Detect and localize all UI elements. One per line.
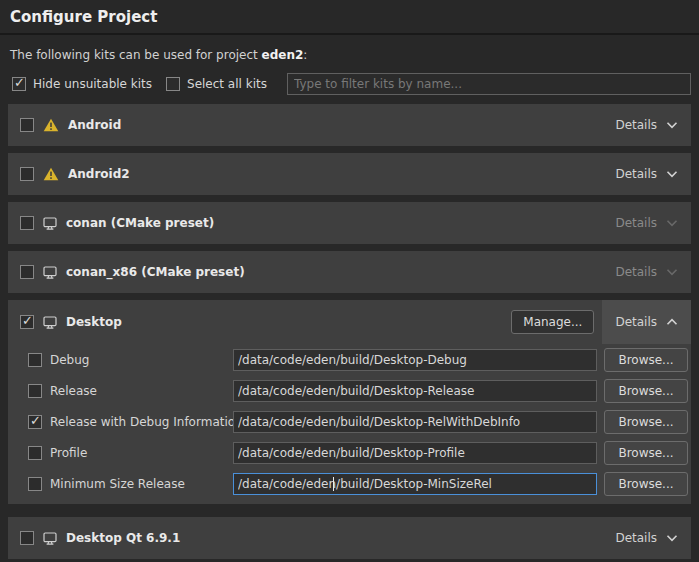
kit-name: Android	[68, 118, 121, 132]
kit-name: Desktop	[66, 315, 122, 329]
details-button[interactable]: Details	[602, 202, 691, 244]
build-config-row-profile: Profile Browse...	[8, 437, 691, 468]
page-title: Configure Project	[10, 8, 689, 26]
kit-list: Android Details Android2 Details conan (	[8, 104, 691, 559]
path-input-wrap	[233, 442, 597, 464]
manage-kits-button[interactable]: Manage...	[511, 310, 594, 334]
config-left: Minimum Size Release	[28, 477, 233, 491]
kit-name: Desktop Qt 6.9.1	[66, 531, 180, 545]
chevron-down-icon	[666, 268, 678, 276]
browse-button[interactable]: Browse...	[604, 410, 688, 434]
build-path-input[interactable]	[233, 380, 597, 402]
kit-checkbox[interactable]	[20, 531, 34, 545]
config-label: Debug	[50, 353, 89, 367]
kit-checkbox[interactable]	[20, 265, 34, 279]
config-left: Debug	[28, 353, 233, 367]
chevron-down-icon	[666, 219, 678, 227]
config-label: Profile	[50, 446, 87, 460]
kit-checkbox[interactable]	[20, 315, 34, 329]
config-left: Release	[28, 384, 233, 398]
config-label: Minimum Size Release	[50, 477, 185, 491]
kit-row-conan: conan (CMake preset) Details	[8, 202, 691, 244]
path-input-wrap	[233, 411, 597, 433]
details-button[interactable]: Details	[602, 153, 691, 195]
path-input-wrap	[233, 473, 597, 495]
project-name: eden2	[262, 48, 304, 62]
browse-button[interactable]: Browse...	[604, 472, 688, 496]
kit-name: conan_x86 (CMake preset)	[66, 265, 245, 279]
kit-row-desktop: Desktop Manage... Details	[8, 300, 691, 344]
path-input-wrap	[233, 349, 597, 371]
details-button[interactable]: Details	[602, 251, 691, 293]
desktop-icon	[43, 217, 57, 230]
build-config-row-release: Release Browse...	[8, 375, 691, 406]
config-label: Release	[50, 384, 97, 398]
build-path-input[interactable]	[233, 473, 597, 495]
details-button[interactable]: Details	[602, 300, 691, 344]
browse-button[interactable]: Browse...	[604, 348, 688, 372]
kit-checkbox[interactable]	[20, 118, 34, 132]
chevron-up-icon	[666, 318, 678, 326]
kit-row-conan-x86: conan_x86 (CMake preset) Details	[8, 251, 691, 293]
build-path-input[interactable]	[233, 411, 597, 433]
intro-suffix: :	[303, 48, 307, 62]
config-checkbox[interactable]	[28, 477, 42, 491]
kit-checkbox[interactable]	[20, 167, 34, 181]
details-label: Details	[615, 167, 657, 181]
hide-unsuitable-kits-label: Hide unsuitable kits	[33, 77, 152, 91]
select-all-kits-label: Select all kits	[187, 77, 267, 91]
details-button[interactable]: Details	[602, 517, 691, 559]
chevron-down-icon	[666, 534, 678, 542]
details-button[interactable]: Details	[602, 104, 691, 146]
desktop-icon	[43, 532, 57, 545]
kit-row-android2: Android2 Details	[8, 153, 691, 195]
build-config-row-debug: Debug Browse...	[8, 344, 691, 375]
config-checkbox[interactable]	[28, 353, 42, 367]
kit-row-desktop-qt: Desktop Qt 6.9.1 Details	[8, 517, 691, 559]
warning-icon	[43, 118, 59, 132]
details-label: Details	[615, 531, 657, 545]
browse-button[interactable]: Browse...	[604, 441, 688, 465]
kit-panel-desktop: Desktop Manage... Details Debug Browse..…	[8, 300, 691, 504]
browse-button[interactable]: Browse...	[604, 379, 688, 403]
warning-icon	[43, 167, 59, 181]
kit-checkbox[interactable]	[20, 216, 34, 230]
intro-text: The following kits can be used for proje…	[10, 48, 689, 62]
kit-row-android: Android Details	[8, 104, 691, 146]
details-label: Details	[615, 216, 657, 230]
text-cursor	[333, 477, 334, 491]
title-bar: Configure Project	[0, 0, 699, 35]
build-path-input[interactable]	[233, 349, 597, 371]
chevron-down-icon	[666, 121, 678, 129]
path-input-wrap	[233, 380, 597, 402]
build-config-row-relwithdebinfo: Release with Debug Information Browse...	[8, 406, 691, 437]
details-label: Details	[615, 118, 657, 132]
config-label: Release with Debug Information	[50, 415, 243, 429]
build-config-row-minsizerel: Minimum Size Release Browse...	[8, 468, 691, 499]
config-checkbox[interactable]	[28, 446, 42, 460]
kit-name: conan (CMake preset)	[66, 216, 214, 230]
config-left: Release with Debug Information	[28, 415, 233, 429]
select-all-kits-checkbox[interactable]	[166, 77, 180, 91]
chevron-down-icon	[666, 170, 678, 178]
details-label: Details	[615, 265, 657, 279]
kit-filter-input[interactable]	[287, 73, 691, 95]
config-checkbox[interactable]	[28, 384, 42, 398]
kit-filter-controls: Hide unsuitable kits Select all kits	[12, 73, 691, 95]
intro-prefix: The following kits can be used for proje…	[10, 48, 262, 62]
kit-name: Android2	[68, 167, 130, 181]
desktop-icon	[43, 266, 57, 279]
hide-unsuitable-kits-checkbox[interactable]	[12, 77, 26, 91]
build-path-input[interactable]	[233, 442, 597, 464]
details-label: Details	[615, 315, 657, 329]
config-checkbox[interactable]	[28, 415, 42, 429]
config-left: Profile	[28, 446, 233, 460]
desktop-icon	[43, 316, 57, 329]
